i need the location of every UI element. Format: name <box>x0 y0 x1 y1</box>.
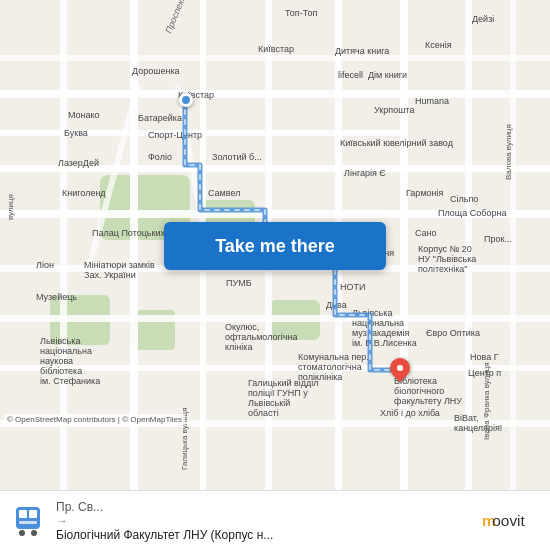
arrow-icon: → <box>56 514 474 528</box>
moovit-logo: m oovit <box>482 506 542 536</box>
map-attribution: © OpenStreetMap contributors | © OpenMap… <box>4 414 185 425</box>
street-v6 <box>400 0 408 490</box>
from-label: Пр. Св... <box>56 500 474 514</box>
svg-rect-1 <box>19 510 27 518</box>
to-label: Біологічний Факультет ЛНУ (Корпус н... <box>56 528 474 542</box>
street-v7 <box>465 0 472 490</box>
start-marker <box>179 93 193 107</box>
bottom-bar: Пр. Св... → Біологічний Факультет ЛНУ (К… <box>0 490 550 550</box>
svg-rect-2 <box>29 510 37 518</box>
end-marker <box>390 358 410 386</box>
route-description: Пр. Св... → Біологічний Факультет ЛНУ (К… <box>56 500 474 542</box>
map-container: Топ-Топ Дейзі Ксенія Дитяча книга Київст… <box>0 0 550 490</box>
svg-point-5 <box>31 530 37 536</box>
transit-icon <box>8 501 48 541</box>
take-me-there-button[interactable]: Take me there <box>164 222 386 270</box>
svg-point-4 <box>19 530 25 536</box>
svg-rect-3 <box>19 521 37 524</box>
svg-text:oovit: oovit <box>492 512 525 529</box>
street-v8 <box>510 0 516 490</box>
